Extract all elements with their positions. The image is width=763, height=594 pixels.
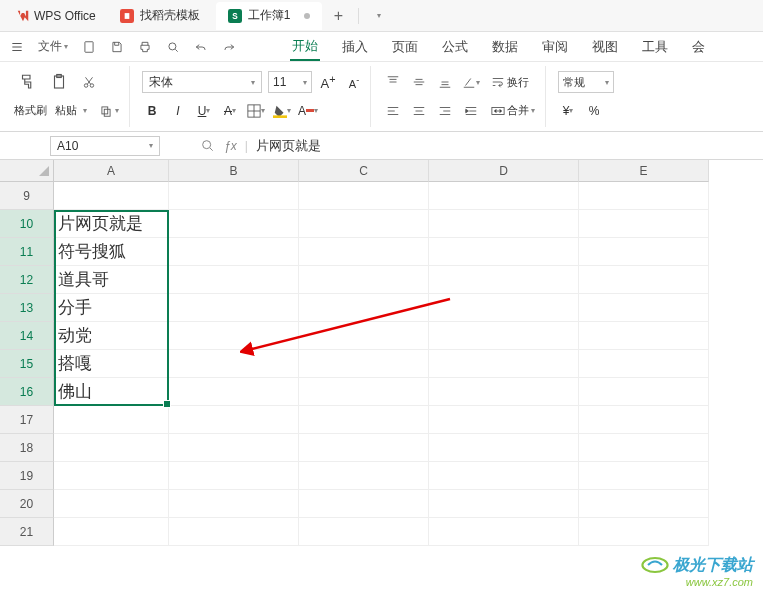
align-middle-button[interactable] [409, 72, 429, 92]
cell-B20[interactable] [169, 490, 299, 518]
cell-B16[interactable] [169, 378, 299, 406]
fx-icon[interactable]: ƒx [224, 139, 237, 153]
cell-B18[interactable] [169, 434, 299, 462]
percent-button[interactable]: % [584, 101, 604, 121]
cell-E13[interactable] [579, 294, 709, 322]
cell-D21[interactable] [429, 518, 579, 546]
cell-A13[interactable]: 分手 [54, 294, 169, 322]
cell-A18[interactable] [54, 434, 169, 462]
cell-E21[interactable] [579, 518, 709, 546]
cell-C20[interactable] [299, 490, 429, 518]
border-button[interactable]: ▾ [246, 101, 266, 121]
cell-A11[interactable]: 符号搜狐 [54, 238, 169, 266]
cell-C18[interactable] [299, 434, 429, 462]
italic-button[interactable]: I [168, 101, 188, 121]
menu-tools[interactable]: 工具 [640, 34, 670, 60]
tab-workbook[interactable]: S 工作簿1 [216, 2, 323, 30]
row-header-17[interactable]: 17 [0, 406, 54, 434]
cell-C13[interactable] [299, 294, 429, 322]
redo-icon[interactable] [222, 40, 236, 54]
merge-button[interactable]: 合并▾ [487, 101, 539, 120]
cell-A9[interactable] [54, 182, 169, 210]
cell-E9[interactable] [579, 182, 709, 210]
cell-D19[interactable] [429, 462, 579, 490]
row-header-10[interactable]: 10 [0, 210, 54, 238]
cell-D18[interactable] [429, 434, 579, 462]
bold-button[interactable]: B [142, 101, 162, 121]
underline-button[interactable]: U▾ [194, 101, 214, 121]
row-header-11[interactable]: 11 [0, 238, 54, 266]
cell-A12[interactable]: 道具哥 [54, 266, 169, 294]
currency-button[interactable]: ¥▾ [558, 101, 578, 121]
cell-C17[interactable] [299, 406, 429, 434]
menu-icon[interactable] [10, 40, 24, 54]
menu-home[interactable]: 开始 [290, 33, 320, 61]
row-header-19[interactable]: 19 [0, 462, 54, 490]
cell-A20[interactable] [54, 490, 169, 518]
row-header-20[interactable]: 20 [0, 490, 54, 518]
copy-button[interactable]: ▾ [95, 102, 123, 120]
cell-B13[interactable] [169, 294, 299, 322]
align-left-button[interactable] [383, 101, 403, 121]
cell-D14[interactable] [429, 322, 579, 350]
cell-D20[interactable] [429, 490, 579, 518]
row-header-15[interactable]: 15 [0, 350, 54, 378]
indent-button[interactable] [461, 101, 481, 121]
cell-A21[interactable] [54, 518, 169, 546]
font-name-select[interactable]: 宋体 ▾ [142, 71, 262, 93]
cell-B14[interactable] [169, 322, 299, 350]
fill-color-button[interactable]: ▾ [272, 101, 292, 121]
cell-D13[interactable] [429, 294, 579, 322]
decrease-font-button[interactable]: A- [344, 72, 364, 92]
cell-E19[interactable] [579, 462, 709, 490]
cell-B17[interactable] [169, 406, 299, 434]
cell-E12[interactable] [579, 266, 709, 294]
row-header-16[interactable]: 16 [0, 378, 54, 406]
font-color-button[interactable]: A▾ [298, 101, 318, 121]
cell-B12[interactable] [169, 266, 299, 294]
align-center-button[interactable] [409, 101, 429, 121]
tab-template[interactable]: 找稻壳模板 [108, 2, 212, 30]
col-header-E[interactable]: E [579, 160, 709, 182]
menu-more[interactable]: 会 [690, 34, 707, 60]
cell-B11[interactable] [169, 238, 299, 266]
cell-E16[interactable] [579, 378, 709, 406]
cell-C10[interactable] [299, 210, 429, 238]
menu-insert[interactable]: 插入 [340, 34, 370, 60]
cell-C9[interactable] [299, 182, 429, 210]
menu-page[interactable]: 页面 [390, 34, 420, 60]
number-format-select[interactable]: 常规 ▾ [558, 71, 614, 93]
print-icon[interactable] [138, 40, 152, 54]
cell-A16[interactable]: 佛山 [54, 378, 169, 406]
cell-D11[interactable] [429, 238, 579, 266]
cell-D9[interactable] [429, 182, 579, 210]
col-header-B[interactable]: B [169, 160, 299, 182]
cell-B9[interactable] [169, 182, 299, 210]
row-header-18[interactable]: 18 [0, 434, 54, 462]
cell-A14[interactable]: 动党 [54, 322, 169, 350]
align-bottom-button[interactable] [435, 72, 455, 92]
cell-E11[interactable] [579, 238, 709, 266]
undo-icon[interactable] [194, 40, 208, 54]
col-header-D[interactable]: D [429, 160, 579, 182]
cell-E10[interactable] [579, 210, 709, 238]
cell-A15[interactable]: 搭嘎 [54, 350, 169, 378]
cell-B21[interactable] [169, 518, 299, 546]
cell-A17[interactable] [54, 406, 169, 434]
print-preview-icon[interactable] [166, 40, 180, 54]
file-menu-button[interactable]: 文件 ▾ [38, 38, 68, 55]
cell-D16[interactable] [429, 378, 579, 406]
font-size-select[interactable]: 11 ▾ [268, 71, 312, 93]
col-header-A[interactable]: A [54, 160, 169, 182]
menu-formula[interactable]: 公式 [440, 34, 470, 60]
increase-font-button[interactable]: A+ [318, 72, 338, 92]
orientation-button[interactable]: ▾ [461, 72, 481, 92]
name-box[interactable]: A10 ▾ [50, 136, 160, 156]
add-tab-button[interactable]: + [326, 4, 350, 28]
cut-button[interactable] [78, 73, 100, 91]
cell-E14[interactable] [579, 322, 709, 350]
cell-C12[interactable] [299, 266, 429, 294]
cell-B15[interactable] [169, 350, 299, 378]
cell-C19[interactable] [299, 462, 429, 490]
cell-A10[interactable]: 片网页就是 [54, 210, 169, 238]
